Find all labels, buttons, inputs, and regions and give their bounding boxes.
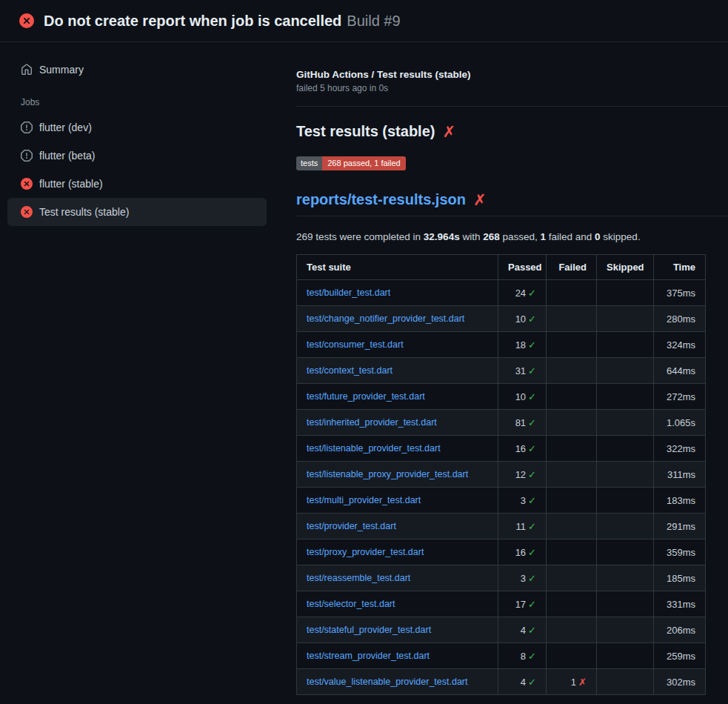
sidebar-item-label: Test results (stable) (39, 206, 129, 218)
test-suite-link[interactable]: test/stream_provider_test.dart (307, 651, 430, 661)
test-suite-link[interactable]: test/reassemble_test.dart (307, 573, 410, 583)
sidebar-item-flutter-dev[interactable]: flutter (dev) (7, 113, 267, 142)
time-cell: 324ms (654, 332, 706, 358)
time-cell: 311ms (654, 462, 706, 488)
skipped-cell (597, 514, 654, 539)
test-suite-link[interactable]: test/builder_test.dart (307, 288, 390, 298)
table-row: test/inherited_provider_test.dart81✓1.06… (297, 410, 706, 436)
passed-count: 24 (515, 288, 526, 299)
run-title: Do not create report when job is cancell… (44, 13, 341, 29)
failed-cell (547, 280, 597, 306)
suite-cell: test/stream_provider_test.dart (297, 643, 498, 669)
passed-count: 17 (515, 599, 526, 610)
check-icon: ✓ (528, 339, 536, 351)
passed-count: 10 (515, 391, 526, 402)
test-suite-link[interactable]: test/context_test.dart (307, 365, 393, 376)
failed-cell (547, 306, 597, 332)
check-icon: ✓ (528, 521, 536, 532)
table-row: test/listenable_proxy_provider_test.dart… (297, 462, 706, 488)
sidebar-item-flutter-beta[interactable]: flutter (beta) (7, 142, 267, 170)
suite-cell: test/future_provider_test.dart (297, 384, 498, 410)
failed-cell (547, 462, 597, 488)
section-title: Test results (stable) (296, 123, 435, 140)
summary-text: 269 tests were completed in 32.964s with… (296, 231, 728, 242)
section-head: Test results (stable) ✗ (296, 123, 728, 140)
skipped-cell (597, 669, 654, 695)
passed-cell: 16✓ (498, 436, 547, 462)
passed-cell: 24✓ (498, 280, 547, 306)
sidebar-item-label: Summary (39, 64, 84, 76)
passed-cell: 12✓ (498, 462, 547, 488)
test-suite-link[interactable]: test/value_listenable_provider_test.dart (307, 677, 468, 687)
passed-count: 3 (521, 495, 526, 506)
check-icon: ✓ (528, 599, 536, 610)
passed-count: 16 (515, 547, 526, 558)
home-icon (21, 64, 33, 76)
test-suite-link[interactable]: test/listenable_proxy_provider_test.dart (307, 469, 468, 479)
check-icon: ✓ (528, 417, 536, 428)
table-row: test/change_notifier_provider_test.dart1… (297, 306, 706, 332)
time-cell: 280ms (654, 306, 706, 332)
failed-cell (547, 488, 597, 514)
test-suite-link[interactable]: test/multi_provider_test.dart (307, 495, 421, 505)
suite-cell: test/proxy_provider_test.dart (297, 539, 498, 565)
passed-cell: 18✓ (498, 332, 547, 358)
suite-cell: test/context_test.dart (297, 358, 498, 384)
time-cell: 272ms (654, 384, 706, 410)
table-row: test/proxy_provider_test.dart16✓359ms (297, 539, 706, 565)
check-icon: ✓ (528, 313, 536, 325)
passed-cell: 8✓ (498, 643, 547, 669)
test-suite-link[interactable]: test/proxy_provider_test.dart (307, 547, 424, 557)
check-icon: ✓ (528, 443, 536, 454)
test-suite-link[interactable]: test/stateful_provider_test.dart (307, 625, 431, 635)
time-cell: 644ms (654, 358, 706, 384)
check-icon: ✓ (528, 288, 536, 299)
passed-cell: 16✓ (498, 539, 547, 565)
test-suite-link[interactable]: test/selector_test.dart (307, 599, 395, 609)
breadcrumb: GitHub Actions / Test results (stable) (296, 69, 728, 80)
sidebar-item-test-results-stable[interactable]: Test results (stable) (7, 198, 267, 226)
passed-cell: 4✓ (498, 669, 547, 695)
time-cell: 185ms (654, 565, 706, 591)
suite-cell: test/value_listenable_provider_test.dart (297, 669, 498, 695)
report-head: reports/test-results.json ✗ (296, 191, 728, 216)
table-header-row: Test suite Passed Failed Skipped Time (297, 255, 706, 280)
check-icon: ✓ (528, 625, 536, 636)
test-suite-link[interactable]: test/consumer_test.dart (307, 339, 404, 350)
time-cell: 259ms (654, 643, 706, 669)
passed-cell: 4✓ (498, 617, 547, 643)
results-table: Test suite Passed Failed Skipped Time te… (296, 254, 706, 695)
sidebar-item-label: flutter (dev) (39, 122, 92, 133)
suite-cell: test/listenable_proxy_provider_test.dart (297, 462, 498, 488)
failed-cell (547, 436, 597, 462)
table-row: test/selector_test.dart17✓331ms (297, 591, 706, 617)
time-cell: 322ms (654, 436, 706, 462)
failed-cell (547, 410, 597, 436)
test-suite-link[interactable]: test/future_provider_test.dart (307, 391, 425, 402)
report-link[interactable]: reports/test-results.json (296, 191, 466, 208)
sidebar-item-flutter-stable[interactable]: flutter (stable) (7, 170, 267, 198)
table-row: test/future_provider_test.dart10✓272ms (297, 384, 706, 410)
failed-cell (547, 332, 597, 358)
passed-cell: 10✓ (498, 306, 547, 332)
status-line: failed 5 hours ago in 0s (296, 83, 728, 93)
skipped-cell (597, 332, 654, 358)
failed-cell (547, 643, 597, 669)
passed-count: 8 (521, 651, 526, 662)
time-cell: 291ms (654, 514, 706, 539)
col-header-time: Time (654, 255, 706, 280)
sidebar-item-label: flutter (stable) (39, 178, 103, 190)
main-content: GitHub Actions / Test results (stable) f… (274, 42, 728, 695)
sidebar-item-summary[interactable]: Summary (7, 56, 267, 84)
test-suite-link[interactable]: test/provider_test.dart (307, 521, 396, 531)
col-header-skipped: Skipped (597, 255, 654, 280)
skipped-cell (597, 358, 654, 384)
table-row: test/builder_test.dart24✓375ms (297, 280, 706, 306)
test-suite-link[interactable]: test/inherited_provider_test.dart (307, 417, 437, 428)
check-icon: ✓ (528, 495, 536, 506)
passed-cell: 3✓ (498, 488, 547, 514)
test-suite-link[interactable]: test/change_notifier_provider_test.dart (307, 313, 464, 324)
test-suite-link[interactable]: test/listenable_provider_test.dart (307, 443, 441, 454)
time-cell: 206ms (654, 617, 706, 643)
passed-count: 81 (515, 417, 526, 428)
